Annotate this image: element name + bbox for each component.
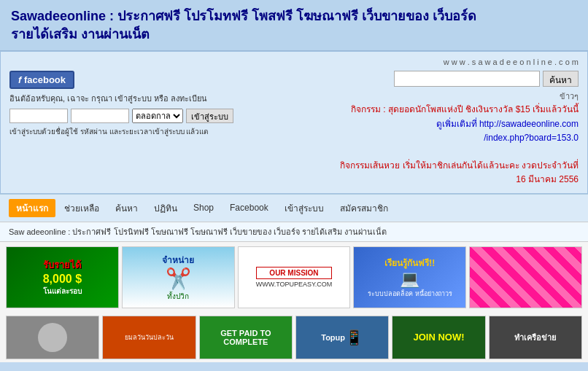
activity-line5: กิจกรรมเส้นหวย เริ่มให้มาชิกเล่นกันได้แล… [340,160,579,171]
b11-label: ทำเครือข่าย [514,331,556,344]
b9-label: Topup [321,333,345,342]
b2-sub: ทั้งปวิก [162,291,194,302]
b1-title: รับรายได้ [43,257,82,273]
b4-sub: ระบบปลอดล็อค หนี้อย่างถาวร [368,289,452,299]
title-line1: Sawadeeonline : ประกาศฟรี โปรโมทฟรี โพสฟ… [11,9,476,23]
username-input[interactable] [9,109,68,123]
b1-sub: โนแต่ละรอบ [43,286,82,297]
activity-line1: กิจกรรม : สุดยอดนักโพสแห่งปี ชิงเงินรางว… [351,104,579,114]
nav-search[interactable]: ค้นหา [108,199,145,217]
activity-section: กิจกรรม : สุดยอดนักโพสแห่งปี ชิงเงินรางว… [316,103,579,187]
title-line2: รายได้เสริม งานผ่านเน็ต [11,27,150,42]
banner-wig[interactable]: จำหน่าย ✂️ ทั้งปวิก [122,246,235,308]
b10-label: JOIN NOW! [413,332,464,343]
banner-topup2[interactable]: Topup 📱 [295,316,389,359]
website-url: w w w . s a w a d e e o n l i n e . c o … [9,58,579,66]
fb-icon: f [18,74,21,85]
search-input[interactable] [394,71,540,87]
b1-amount: 8,000 $ [43,273,82,286]
password-input[interactable] [71,109,129,123]
nav-register[interactable]: สมัครสมาชิก [333,199,395,217]
login-form: ตลอดกาล เข้าสู่ระบบ [9,109,243,123]
nav-home[interactable]: หน้าแรก [9,199,55,217]
nav-shop[interactable]: Shop [186,200,221,215]
activity-link1[interactable]: ดูเพิ่มเติมที่ http://sawadeeonline.com [436,119,579,129]
main-content: w w w . s a w a d e e o n l i n e . c o … [0,51,588,193]
banner-join[interactable]: JOIN NOW! [392,316,485,359]
duration-select[interactable]: ตลอดกาล [132,109,183,123]
breadcrumb-text: Saw adeeonline : ประกาศฟรี โปรนิทฟรี โฆษ… [9,227,387,236]
site-title: Sawadeeonline : ประกาศฟรี โปรโมทฟรี โพสฟ… [11,7,577,44]
nav-help[interactable]: ช่วยเหลือ [57,199,107,217]
banner-b7[interactable]: ยมลวันวันปละวัน [102,316,196,359]
b3-url: WWW.TOPUPEASY.COM [256,281,333,288]
banner-row-1: รับรายได้ 8,000 $ โนแต่ละรอบ จำหน่าย ✂️ … [0,242,588,313]
nav-calendar[interactable]: ปฏิทิน [147,199,185,217]
b4-title: เรียนรู้กันฟรี!! [368,256,452,270]
navigation-bar: หน้าแรก ช่วยเหลือ ค้นหา ปฏิทิน Shop Face… [0,194,588,222]
nav-login[interactable]: เข้าสู่ระบบ [277,199,331,217]
banner-getpaid[interactable]: GET PAID TO COMPLETE [199,316,293,359]
banner-income[interactable]: รับรายได้ 8,000 $ โนแต่ละรอบ [6,246,119,308]
fb-description: อินตัอ้อหรับคุณ, เฉาจะ กรุณา เข้าสู่ระบบ… [9,92,243,105]
activity-line6: 16 มีนาคม 2556 [516,174,579,184]
banner-pink[interactable] [469,246,582,308]
b2-title: จำหน่าย [162,253,194,267]
banner-network[interactable]: ทำเครือข่าย [489,316,582,359]
facebook-label: facebook [24,74,66,85]
banner-row-2: ยมลวันวันปละวัน GET PAID TO COMPLETE Top… [0,313,588,362]
breadcrumb: Saw adeeonline : ประกาศฟรี โปรนิทฟรี โฆษ… [0,222,588,242]
banner-b6[interactable] [6,316,99,359]
login-hint: เข้าสู่ระบบด้วยชื่อผู้ใช้ รหัสผ่าน และระ… [9,126,243,137]
b8-label: GET PAID TO COMPLETE [200,327,292,348]
right-panel: ค้นหา ข้าวๆ กิจกรรม : สุดยอดนักโพสแห่งปี… [316,71,579,187]
b7-label: ยมลวันวันปละวัน [123,331,175,344]
activity-link2[interactable]: /index.php?board=153.0 [484,133,579,143]
search-label: ข้าวๆ [316,90,579,103]
login-button[interactable]: เข้าสู่ระบบ [186,109,233,123]
facebook-button[interactable]: f facebook [9,71,74,89]
banner-topup[interactable]: OUR MISSION WWW.TOPUPEASY.COM [238,246,351,308]
left-panel: f facebook อินตัอ้อหรับคุณ, เฉาจะ กรุณา … [9,71,243,137]
search-button[interactable]: ค้นหา [543,71,579,87]
nav-facebook[interactable]: Facebook [223,200,276,215]
banner-learn[interactable]: เรียนรู้กันฟรี!! 💻 ระบบปลอดล็อค หนี้อย่า… [353,246,466,308]
